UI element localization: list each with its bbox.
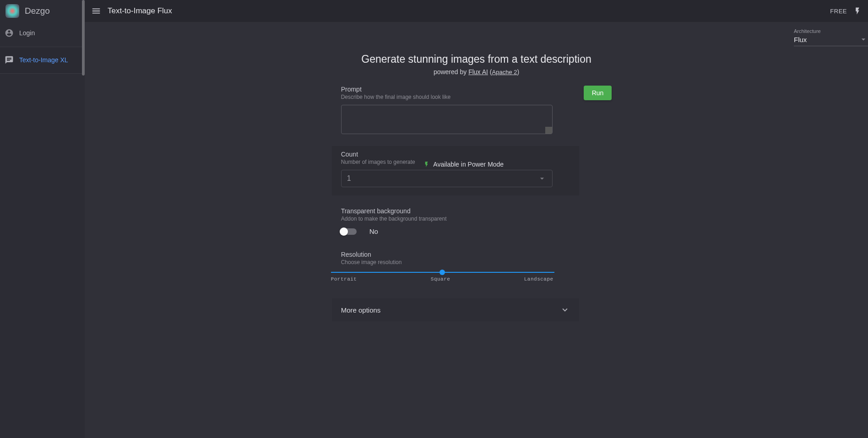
divider <box>0 73 85 74</box>
flux-link[interactable]: Flux AI <box>468 68 488 76</box>
architecture-label: Architecture <box>794 28 868 34</box>
slider-label-portrait: Portrait <box>331 276 357 282</box>
power-mode-label: Available in Power Mode <box>433 161 504 168</box>
more-options-label: More options <box>341 306 381 314</box>
resolution-label: Resolution <box>341 251 570 258</box>
resolution-field: Resolution Choose image resolution P <box>341 251 570 282</box>
login-label: Login <box>19 29 35 37</box>
run-column: Run <box>584 86 612 321</box>
content: Architecture Flux Generate stunning imag… <box>85 22 868 438</box>
logo-icon <box>5 4 19 18</box>
transparent-field: Transparent background Addon to make the… <box>341 207 570 235</box>
transparent-help: Addon to make the background transparent <box>341 216 570 222</box>
slider-thumb[interactable] <box>439 270 445 275</box>
paren-close: ) <box>517 68 519 76</box>
resolution-help: Choose image resolution <box>341 259 570 265</box>
sidebar-header[interactable]: Dezgo <box>0 0 85 22</box>
more-options-toggle[interactable]: More options <box>332 298 579 321</box>
hero-subtitle: powered by Flux AI (Apache 2) <box>94 68 859 76</box>
slider-label-landscape: Landscape <box>524 276 553 282</box>
run-button[interactable]: Run <box>584 86 612 100</box>
brand-name: Dezgo <box>25 6 50 16</box>
login-button[interactable]: Login <box>0 22 85 44</box>
prompt-help: Describe how the final image should look… <box>341 94 570 100</box>
form-column: Prompt Describe how the final image shou… <box>341 86 570 321</box>
hero-powered-prefix: powered by <box>434 68 468 76</box>
switch-thumb <box>340 227 348 236</box>
hero-title: Generate stunning images from a text des… <box>94 53 859 65</box>
sidebar: Dezgo Login Text-to-Image XL <box>0 0 85 438</box>
resolution-slider[interactable]: Portrait Square Landscape <box>331 272 553 282</box>
chevron-down-icon <box>560 305 570 315</box>
free-badge: FREE <box>830 8 847 15</box>
chevron-down-icon <box>537 174 547 183</box>
bolt-icon <box>423 161 429 168</box>
apache-link[interactable]: Apache 2 <box>492 69 517 76</box>
transparent-label: Transparent background <box>341 207 570 215</box>
chat-icon <box>5 55 14 65</box>
bolt-icon[interactable] <box>853 7 862 15</box>
main: Text-to-Image Flux FREE Architecture Flu… <box>85 0 868 438</box>
prompt-input[interactable] <box>341 105 553 134</box>
slider-label-square: Square <box>431 276 450 282</box>
hero: Generate stunning images from a text des… <box>94 53 859 76</box>
architecture-value: Flux <box>794 36 807 43</box>
power-mode-badge: Available in Power Mode <box>423 161 504 168</box>
transparent-value: No <box>369 227 378 235</box>
sidebar-item-text-to-image-xl[interactable]: Text-to-Image XL <box>0 47 85 73</box>
sidebar-item-label: Text-to-Image XL <box>19 56 68 64</box>
page-title: Text-to-Image Flux <box>108 6 172 16</box>
prompt-field: Prompt Describe how the final image shou… <box>341 86 570 136</box>
architecture-select[interactable]: Architecture Flux <box>794 28 868 46</box>
paren-open: ( <box>488 68 492 76</box>
count-select[interactable]: 1 <box>341 170 553 187</box>
topbar: Text-to-Image Flux FREE <box>85 0 868 22</box>
count-value: 1 <box>347 174 351 183</box>
transparent-toggle[interactable] <box>341 228 357 235</box>
chevron-down-icon <box>859 35 868 44</box>
count-field: Count Number of images to generate Avail… <box>332 146 579 195</box>
menu-icon[interactable] <box>91 6 101 16</box>
prompt-label: Prompt <box>341 86 570 93</box>
count-label: Count <box>341 151 570 158</box>
account-icon <box>5 28 14 38</box>
